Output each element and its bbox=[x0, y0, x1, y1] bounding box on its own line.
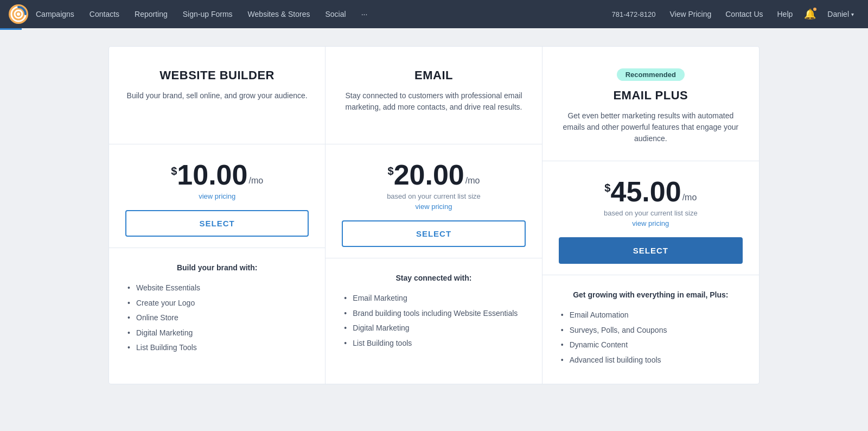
plan-email: EMAIL Stay connected to customers with p… bbox=[326, 47, 542, 384]
feature-item: Website Essentials bbox=[125, 281, 309, 296]
pricing-grid: WEBSITE BUILDER Build your brand, sell o… bbox=[108, 46, 760, 384]
features-heading-email: Stay connected with: bbox=[342, 274, 525, 282]
plan-website-builder: WEBSITE BUILDER Build your brand, sell o… bbox=[109, 47, 326, 384]
select-button-email[interactable]: SELECT bbox=[342, 220, 525, 247]
card-pricing-email: $ 20.00 /mo based on your current list s… bbox=[326, 144, 541, 258]
feature-item: Digital Marketing bbox=[342, 321, 525, 336]
plan-title-email: EMAIL bbox=[414, 68, 453, 83]
card-features-email: Stay connected with: Email Marketing Bra… bbox=[326, 258, 541, 384]
feature-item: Email Marketing bbox=[342, 291, 525, 306]
price-dollar-website-builder: $ bbox=[171, 165, 177, 178]
price-period-email-plus: /mo bbox=[682, 193, 697, 202]
main-content: WEBSITE BUILDER Build your brand, sell o… bbox=[0, 30, 868, 406]
card-header-website-builder: WEBSITE BUILDER Build your brand, sell o… bbox=[109, 47, 325, 144]
features-heading-website-builder: Build your brand with: bbox=[125, 263, 309, 272]
nav-reporting[interactable]: Reporting bbox=[127, 0, 175, 28]
feature-item: Dynamic Content bbox=[559, 338, 743, 353]
price-dollar-email-plus: $ bbox=[604, 182, 610, 194]
card-features-website-builder: Build your brand with: Website Essential… bbox=[109, 248, 325, 384]
features-list-website-builder: Website Essentials Create your Logo Onli… bbox=[125, 281, 309, 356]
logo-icon bbox=[9, 4, 28, 24]
svg-point-3 bbox=[17, 12, 20, 16]
card-pricing-website-builder: $ 10.00 /mo view pricing SELECT bbox=[109, 144, 325, 248]
price-amount-website-builder: 10.00 bbox=[177, 161, 247, 189]
view-pricing-link-email-plus[interactable]: view pricing bbox=[559, 219, 743, 227]
nav-bell[interactable]: 🔔 bbox=[801, 5, 819, 23]
feature-item: List Building tools bbox=[342, 336, 525, 351]
card-features-email-plus: Get growing with everything in email, Pl… bbox=[542, 275, 759, 384]
plan-description-email: Stay connected to customers with profess… bbox=[342, 90, 525, 113]
nav-contact-us[interactable]: Contact Us bbox=[720, 10, 768, 18]
plan-description-website-builder: Build your brand, sell online, and grow … bbox=[127, 90, 308, 102]
select-button-website-builder[interactable]: SELECT bbox=[125, 210, 309, 237]
nav-links: Campaigns Contacts Reporting Sign-up For… bbox=[28, 0, 607, 28]
select-button-email-plus[interactable]: SELECT bbox=[559, 237, 743, 264]
plan-title-website-builder: WEBSITE BUILDER bbox=[159, 68, 275, 83]
plan-email-plus: Recommended EMAIL PLUS Get even better m… bbox=[542, 47, 759, 384]
nav-right: 781-472-8120 View Pricing Contact Us Hel… bbox=[607, 5, 860, 23]
price-note-email: based on your current list size bbox=[342, 192, 525, 200]
navbar: Campaigns Contacts Reporting Sign-up For… bbox=[0, 0, 868, 28]
feature-item: Email Automation bbox=[559, 308, 743, 323]
recommended-badge: Recommended bbox=[617, 68, 685, 81]
features-list-email: Email Marketing Brand building tools inc… bbox=[342, 291, 525, 351]
feature-item: Brand building tools including Website E… bbox=[342, 306, 525, 321]
nav-campaigns[interactable]: Campaigns bbox=[28, 0, 82, 28]
notification-badge bbox=[812, 7, 818, 12]
plan-description-email-plus: Get even better marketing results with a… bbox=[559, 110, 743, 144]
price-period-website-builder: /mo bbox=[248, 176, 263, 186]
feature-item: Surveys, Polls, and Coupons bbox=[559, 323, 743, 338]
card-pricing-email-plus: $ 45.00 /mo based on your current list s… bbox=[542, 161, 759, 275]
nav-user-menu[interactable]: Daniel bbox=[822, 10, 859, 18]
nav-social[interactable]: Social bbox=[318, 0, 354, 28]
price-amount-email: 20.00 bbox=[394, 161, 464, 189]
card-header-email-plus: Recommended EMAIL PLUS Get even better m… bbox=[542, 47, 759, 161]
nav-phone: 781-472-8120 bbox=[607, 10, 661, 18]
price-dollar-email: $ bbox=[388, 165, 394, 178]
features-list-email-plus: Email Automation Surveys, Polls, and Cou… bbox=[559, 308, 743, 367]
view-pricing-link-email[interactable]: view pricing bbox=[342, 202, 525, 211]
feature-item: Online Store bbox=[125, 310, 309, 326]
nav-more[interactable]: ··· bbox=[354, 0, 375, 28]
plan-title-email-plus: EMAIL PLUS bbox=[613, 88, 688, 103]
price-note-email-plus: based on your current list size bbox=[559, 209, 743, 217]
nav-contacts[interactable]: Contacts bbox=[82, 0, 127, 28]
feature-item: Create your Logo bbox=[125, 296, 309, 311]
nav-signup-forms[interactable]: Sign-up Forms bbox=[175, 0, 240, 28]
features-heading-email-plus: Get growing with everything in email, Pl… bbox=[559, 290, 743, 299]
feature-item: Digital Marketing bbox=[125, 326, 309, 341]
view-pricing-link-website-builder[interactable]: view pricing bbox=[125, 192, 309, 200]
feature-item: List Building Tools bbox=[125, 340, 309, 356]
nav-view-pricing[interactable]: View Pricing bbox=[664, 10, 717, 18]
price-period-email: /mo bbox=[465, 176, 480, 186]
price-amount-email-plus: 45.00 bbox=[610, 178, 681, 206]
nav-websites-stores[interactable]: Websites & Stores bbox=[240, 0, 318, 28]
feature-item: Advanced list building tools bbox=[559, 353, 743, 368]
card-header-email: EMAIL Stay connected to customers with p… bbox=[326, 47, 541, 144]
nav-help[interactable]: Help bbox=[772, 10, 799, 18]
